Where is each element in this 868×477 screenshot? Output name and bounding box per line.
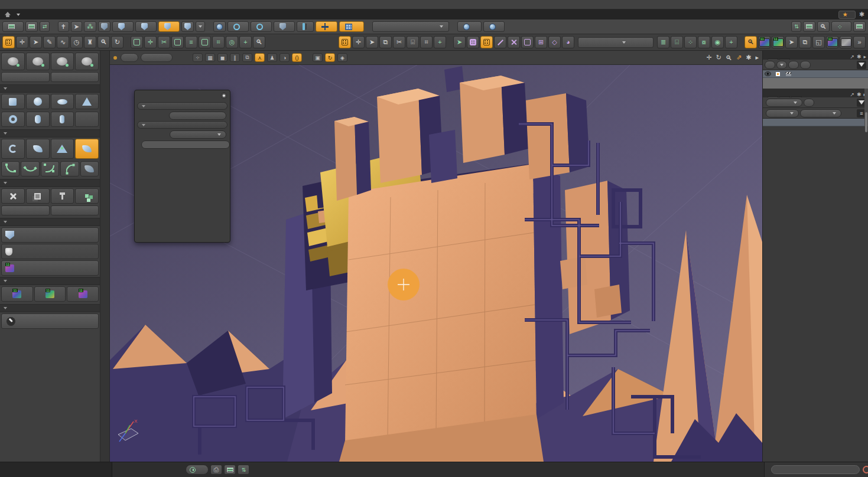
auto-select-button[interactable]: ➤	[71, 21, 82, 32]
copy-cubes-button[interactable]: ⧉	[799, 36, 811, 48]
pen-tool-button[interactable]	[75, 139, 99, 159]
mode-dropdown[interactable]	[196, 21, 205, 32]
3d-viewport[interactable]: ⁘ ▦ ◼ ∥ ⧉ ⋏ ♟ ◑ () ▣ ↻ ◈ ✛ ↻ 🔍︎ ⇗ ✱ ▸	[110, 51, 762, 462]
viewport-layout-button[interactable]	[25, 21, 38, 32]
snap-box-button[interactable]	[521, 36, 534, 48]
snap-grid-button[interactable]	[467, 36, 479, 48]
assign-material-button[interactable]	[804, 99, 814, 107]
symmetry-button[interactable]	[297, 21, 314, 32]
mag-small-button[interactable]: 🔍︎	[253, 36, 265, 48]
panel-gear-icon[interactable]: ✱	[857, 92, 862, 97]
filter-button[interactable]	[800, 61, 811, 69]
viewport-gear-icon[interactable]: ✱	[746, 54, 751, 61]
primitives-section-header[interactable]	[0, 84, 100, 93]
measure-section-header[interactable]	[0, 277, 100, 285]
home-icon[interactable]	[5, 12, 11, 17]
mesh-tool-a-button[interactable]	[1, 53, 25, 70]
green-move-button[interactable]: ✛	[144, 36, 157, 48]
layer-stack-button[interactable]: ⌺	[671, 36, 683, 48]
shading-scrollbar[interactable]	[864, 89, 868, 126]
cone-primitive-button[interactable]	[75, 94, 99, 109]
text-primitive-button[interactable]	[75, 112, 99, 127]
panel-arrow-icon[interactable]: ▸	[863, 54, 866, 60]
pin-button[interactable]	[51, 188, 74, 204]
expand-arrow-icon[interactable]: ▸	[755, 54, 759, 61]
action-center-button[interactable]	[227, 21, 249, 32]
mesh-paint-button[interactable]	[1, 227, 99, 243]
duplicate-button[interactable]	[26, 188, 50, 204]
swap-viewport-button[interactable]: ⇄	[40, 21, 50, 32]
only-toggle-button[interactable]: ★	[838, 11, 856, 19]
overlap-toggle[interactable]: ⧉	[242, 53, 252, 62]
add-layer-dropdown[interactable]	[800, 109, 841, 117]
sphere-primitive-button[interactable]	[26, 94, 50, 109]
stamp-button[interactable]: ♜	[84, 36, 96, 48]
maximize-icon[interactable]: ⇗	[736, 54, 742, 61]
wireframe-toggle[interactable]: ⋏	[255, 53, 265, 62]
snapping-toggle-button[interactable]	[169, 112, 226, 120]
shade-toggle[interactable]: ◑	[279, 53, 290, 62]
preview-cube-button[interactable]: 🔍︎	[745, 36, 757, 48]
shading-style-dropdown[interactable]	[141, 53, 173, 62]
panel-gear-icon[interactable]	[221, 93, 227, 99]
snap-cursor-button[interactable]: ➤	[453, 36, 466, 48]
tab-shading[interactable]	[768, 96, 778, 97]
shading-add-tab[interactable]	[791, 96, 802, 97]
patch-tool-button[interactable]	[26, 139, 50, 159]
item-camera-button[interactable]: ⌻	[407, 36, 419, 48]
draw-section-header[interactable]	[0, 129, 100, 138]
merge-button[interactable]	[51, 205, 99, 215]
green-corners-button[interactable]: ⌗	[212, 36, 225, 48]
new-mesh-button[interactable]	[51, 72, 99, 82]
history-button[interactable]: ◷	[70, 36, 83, 48]
render-button[interactable]	[457, 21, 482, 32]
depth-input[interactable]	[141, 141, 230, 149]
green-target-button[interactable]: ◎	[226, 36, 238, 48]
place-section-header[interactable]	[0, 218, 100, 226]
tab-vertex-map-list[interactable]	[779, 96, 790, 97]
default-layouts-dropdown[interactable]	[14, 14, 20, 16]
item-frame-button[interactable]: ⌗	[420, 36, 433, 48]
zoom-icon[interactable]: 🔍︎	[726, 54, 732, 61]
screen-button[interactable]	[853, 21, 866, 32]
green-cube-button[interactable]	[131, 36, 143, 48]
snap-line-button[interactable]	[494, 36, 506, 48]
panel-gear-icon[interactable]: ✱	[857, 54, 862, 60]
add-item-dropdown[interactable]	[776, 61, 787, 69]
measure-tool-b-button[interactable]	[34, 286, 66, 302]
spiral-tool-button[interactable]	[1, 139, 25, 159]
preview-button[interactable]	[483, 21, 505, 32]
materials-mode-button[interactable]	[181, 21, 194, 32]
pan-icon[interactable]: ✛	[707, 54, 712, 61]
arc-curve-button[interactable]	[1, 161, 19, 177]
bspline-curve-button[interactable]	[60, 161, 79, 177]
display-button[interactable]	[224, 465, 236, 475]
sheet-tool-button[interactable]	[80, 161, 99, 177]
viewports-button[interactable]	[2, 21, 24, 32]
list-options-button[interactable]	[857, 61, 866, 69]
snap-intersect-button[interactable]	[508, 36, 520, 48]
green-box-button[interactable]	[171, 36, 184, 48]
thumb-small-button[interactable]	[840, 36, 852, 48]
grid-view-button[interactable]	[803, 21, 815, 32]
stitch-mesh-button[interactable]	[1, 260, 99, 276]
tab-scenes[interactable]	[768, 58, 778, 60]
zoom-tool-button[interactable]: 🔍︎	[97, 36, 110, 48]
select-tool-button[interactable]: ➤	[30, 36, 42, 48]
more-button[interactable]: »	[853, 36, 866, 48]
dots-grid-toggle[interactable]: ⁘	[193, 53, 203, 62]
item-move-button[interactable]: ✛	[352, 36, 365, 48]
work-plane-button[interactable]	[339, 21, 364, 32]
pen-tool-button[interactable]: ✎	[43, 36, 56, 48]
gradient-b-button[interactable]	[772, 36, 784, 48]
popout-icon[interactable]: ↗	[850, 92, 854, 97]
box-fill-toggle[interactable]: ◈	[337, 53, 347, 62]
items-mode-button[interactable]: ✝	[58, 21, 69, 32]
green-cut-button[interactable]: ✂	[158, 36, 170, 48]
menu-bars-button[interactable]: ≣	[657, 36, 669, 48]
vertices-mode-button[interactable]	[112, 21, 134, 32]
snap-boxplus-button[interactable]: ⊞	[535, 36, 547, 48]
drop-cube-button[interactable]: ➤	[785, 36, 798, 48]
popout-icon[interactable]: ↗	[850, 54, 854, 60]
tack-tool-button[interactable]	[1, 244, 99, 259]
